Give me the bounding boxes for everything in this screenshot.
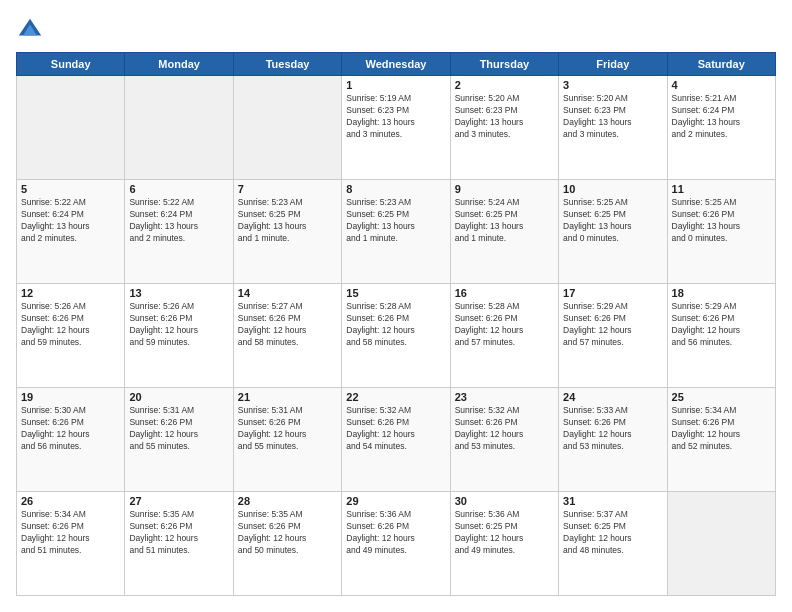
day-number: 11 <box>672 183 771 195</box>
day-number: 10 <box>563 183 662 195</box>
calendar-week-row: 19Sunrise: 5:30 AM Sunset: 6:26 PM Dayli… <box>17 388 776 492</box>
calendar-week-row: 26Sunrise: 5:34 AM Sunset: 6:26 PM Dayli… <box>17 492 776 596</box>
calendar-cell: 20Sunrise: 5:31 AM Sunset: 6:26 PM Dayli… <box>125 388 233 492</box>
day-detail: Sunrise: 5:31 AM Sunset: 6:26 PM Dayligh… <box>238 405 337 453</box>
page: SundayMondayTuesdayWednesdayThursdayFrid… <box>0 0 792 612</box>
day-detail: Sunrise: 5:22 AM Sunset: 6:24 PM Dayligh… <box>21 197 120 245</box>
day-detail: Sunrise: 5:35 AM Sunset: 6:26 PM Dayligh… <box>238 509 337 557</box>
logo <box>16 16 48 44</box>
calendar-cell: 10Sunrise: 5:25 AM Sunset: 6:25 PM Dayli… <box>559 180 667 284</box>
weekday-header-thursday: Thursday <box>450 53 558 76</box>
day-number: 5 <box>21 183 120 195</box>
day-detail: Sunrise: 5:23 AM Sunset: 6:25 PM Dayligh… <box>238 197 337 245</box>
day-number: 6 <box>129 183 228 195</box>
day-detail: Sunrise: 5:34 AM Sunset: 6:26 PM Dayligh… <box>672 405 771 453</box>
day-detail: Sunrise: 5:35 AM Sunset: 6:26 PM Dayligh… <box>129 509 228 557</box>
day-number: 20 <box>129 391 228 403</box>
day-number: 23 <box>455 391 554 403</box>
calendar-cell: 24Sunrise: 5:33 AM Sunset: 6:26 PM Dayli… <box>559 388 667 492</box>
day-number: 15 <box>346 287 445 299</box>
day-detail: Sunrise: 5:29 AM Sunset: 6:26 PM Dayligh… <box>563 301 662 349</box>
day-detail: Sunrise: 5:26 AM Sunset: 6:26 PM Dayligh… <box>129 301 228 349</box>
day-detail: Sunrise: 5:25 AM Sunset: 6:25 PM Dayligh… <box>563 197 662 245</box>
day-detail: Sunrise: 5:34 AM Sunset: 6:26 PM Dayligh… <box>21 509 120 557</box>
weekday-header-friday: Friday <box>559 53 667 76</box>
calendar-cell: 27Sunrise: 5:35 AM Sunset: 6:26 PM Dayli… <box>125 492 233 596</box>
calendar-cell: 5Sunrise: 5:22 AM Sunset: 6:24 PM Daylig… <box>17 180 125 284</box>
calendar-cell: 18Sunrise: 5:29 AM Sunset: 6:26 PM Dayli… <box>667 284 775 388</box>
calendar-cell: 9Sunrise: 5:24 AM Sunset: 6:25 PM Daylig… <box>450 180 558 284</box>
weekday-header-sunday: Sunday <box>17 53 125 76</box>
day-number: 30 <box>455 495 554 507</box>
calendar-cell: 25Sunrise: 5:34 AM Sunset: 6:26 PM Dayli… <box>667 388 775 492</box>
day-number: 3 <box>563 79 662 91</box>
day-number: 19 <box>21 391 120 403</box>
calendar-cell: 1Sunrise: 5:19 AM Sunset: 6:23 PM Daylig… <box>342 76 450 180</box>
day-detail: Sunrise: 5:36 AM Sunset: 6:26 PM Dayligh… <box>346 509 445 557</box>
day-number: 4 <box>672 79 771 91</box>
day-number: 26 <box>21 495 120 507</box>
calendar-cell: 11Sunrise: 5:25 AM Sunset: 6:26 PM Dayli… <box>667 180 775 284</box>
day-detail: Sunrise: 5:20 AM Sunset: 6:23 PM Dayligh… <box>455 93 554 141</box>
day-detail: Sunrise: 5:37 AM Sunset: 6:25 PM Dayligh… <box>563 509 662 557</box>
weekday-header-row: SundayMondayTuesdayWednesdayThursdayFrid… <box>17 53 776 76</box>
day-detail: Sunrise: 5:24 AM Sunset: 6:25 PM Dayligh… <box>455 197 554 245</box>
day-number: 2 <box>455 79 554 91</box>
calendar-cell: 29Sunrise: 5:36 AM Sunset: 6:26 PM Dayli… <box>342 492 450 596</box>
calendar-cell: 7Sunrise: 5:23 AM Sunset: 6:25 PM Daylig… <box>233 180 341 284</box>
weekday-header-wednesday: Wednesday <box>342 53 450 76</box>
calendar-cell: 28Sunrise: 5:35 AM Sunset: 6:26 PM Dayli… <box>233 492 341 596</box>
day-detail: Sunrise: 5:32 AM Sunset: 6:26 PM Dayligh… <box>455 405 554 453</box>
day-detail: Sunrise: 5:31 AM Sunset: 6:26 PM Dayligh… <box>129 405 228 453</box>
day-number: 22 <box>346 391 445 403</box>
day-detail: Sunrise: 5:22 AM Sunset: 6:24 PM Dayligh… <box>129 197 228 245</box>
calendar-cell: 3Sunrise: 5:20 AM Sunset: 6:23 PM Daylig… <box>559 76 667 180</box>
weekday-header-monday: Monday <box>125 53 233 76</box>
day-number: 13 <box>129 287 228 299</box>
calendar-cell: 17Sunrise: 5:29 AM Sunset: 6:26 PM Dayli… <box>559 284 667 388</box>
calendar-cell: 2Sunrise: 5:20 AM Sunset: 6:23 PM Daylig… <box>450 76 558 180</box>
calendar-cell: 21Sunrise: 5:31 AM Sunset: 6:26 PM Dayli… <box>233 388 341 492</box>
day-number: 18 <box>672 287 771 299</box>
day-number: 24 <box>563 391 662 403</box>
calendar-cell: 12Sunrise: 5:26 AM Sunset: 6:26 PM Dayli… <box>17 284 125 388</box>
day-number: 31 <box>563 495 662 507</box>
day-detail: Sunrise: 5:36 AM Sunset: 6:25 PM Dayligh… <box>455 509 554 557</box>
day-number: 1 <box>346 79 445 91</box>
calendar-cell: 14Sunrise: 5:27 AM Sunset: 6:26 PM Dayli… <box>233 284 341 388</box>
weekday-header-saturday: Saturday <box>667 53 775 76</box>
day-number: 7 <box>238 183 337 195</box>
day-number: 17 <box>563 287 662 299</box>
calendar-cell: 19Sunrise: 5:30 AM Sunset: 6:26 PM Dayli… <box>17 388 125 492</box>
calendar-cell: 26Sunrise: 5:34 AM Sunset: 6:26 PM Dayli… <box>17 492 125 596</box>
calendar-cell: 13Sunrise: 5:26 AM Sunset: 6:26 PM Dayli… <box>125 284 233 388</box>
day-detail: Sunrise: 5:21 AM Sunset: 6:24 PM Dayligh… <box>672 93 771 141</box>
calendar-cell <box>667 492 775 596</box>
header <box>16 16 776 44</box>
day-detail: Sunrise: 5:29 AM Sunset: 6:26 PM Dayligh… <box>672 301 771 349</box>
day-detail: Sunrise: 5:19 AM Sunset: 6:23 PM Dayligh… <box>346 93 445 141</box>
calendar-cell: 8Sunrise: 5:23 AM Sunset: 6:25 PM Daylig… <box>342 180 450 284</box>
day-detail: Sunrise: 5:27 AM Sunset: 6:26 PM Dayligh… <box>238 301 337 349</box>
calendar-cell: 31Sunrise: 5:37 AM Sunset: 6:25 PM Dayli… <box>559 492 667 596</box>
day-number: 28 <box>238 495 337 507</box>
calendar-cell: 6Sunrise: 5:22 AM Sunset: 6:24 PM Daylig… <box>125 180 233 284</box>
day-number: 27 <box>129 495 228 507</box>
calendar-cell: 4Sunrise: 5:21 AM Sunset: 6:24 PM Daylig… <box>667 76 775 180</box>
calendar-cell <box>125 76 233 180</box>
calendar-cell <box>17 76 125 180</box>
day-detail: Sunrise: 5:23 AM Sunset: 6:25 PM Dayligh… <box>346 197 445 245</box>
calendar-table: SundayMondayTuesdayWednesdayThursdayFrid… <box>16 52 776 596</box>
calendar-cell: 23Sunrise: 5:32 AM Sunset: 6:26 PM Dayli… <box>450 388 558 492</box>
day-detail: Sunrise: 5:28 AM Sunset: 6:26 PM Dayligh… <box>346 301 445 349</box>
day-detail: Sunrise: 5:33 AM Sunset: 6:26 PM Dayligh… <box>563 405 662 453</box>
day-detail: Sunrise: 5:20 AM Sunset: 6:23 PM Dayligh… <box>563 93 662 141</box>
day-detail: Sunrise: 5:30 AM Sunset: 6:26 PM Dayligh… <box>21 405 120 453</box>
calendar-cell: 15Sunrise: 5:28 AM Sunset: 6:26 PM Dayli… <box>342 284 450 388</box>
weekday-header-tuesday: Tuesday <box>233 53 341 76</box>
day-number: 9 <box>455 183 554 195</box>
day-number: 16 <box>455 287 554 299</box>
day-number: 8 <box>346 183 445 195</box>
day-detail: Sunrise: 5:26 AM Sunset: 6:26 PM Dayligh… <box>21 301 120 349</box>
calendar-cell <box>233 76 341 180</box>
